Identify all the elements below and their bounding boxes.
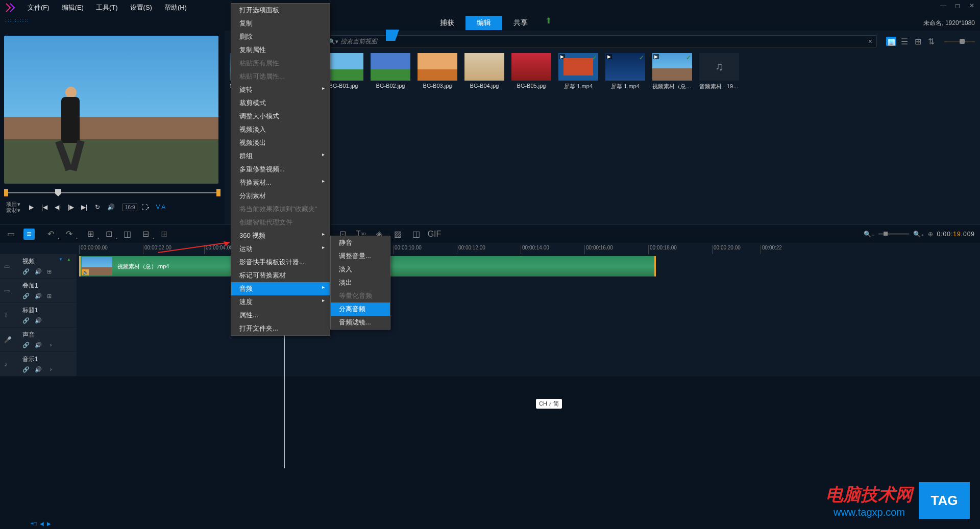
window-controls: — ◻ ✕	[939, 2, 976, 9]
gif-icon[interactable]: GIF	[429, 229, 440, 240]
tool-1-icon[interactable]: ⊞▾	[85, 229, 96, 240]
track-content[interactable]	[77, 328, 980, 351]
media-item[interactable]: 音频素材 - 196...	[699, 53, 739, 90]
track-content[interactable]	[77, 279, 980, 303]
media-item[interactable]: ▶✓视频素材（总）...	[652, 53, 692, 90]
menu-item[interactable]: 视频淡出	[231, 136, 330, 149]
undo-button[interactable]: ↶▾	[45, 229, 56, 240]
menu-item[interactable]: 删除	[231, 30, 330, 43]
media-item[interactable]: BG-B02.jpg	[371, 53, 410, 90]
menu-item[interactable]: 速度	[231, 295, 330, 309]
submenu-item[interactable]: 分离音频	[331, 303, 390, 316]
end-button[interactable]: ▶|	[79, 201, 90, 213]
play-button[interactable]: ▶	[26, 201, 37, 213]
menu-item[interactable]: 视频淡入	[231, 123, 330, 136]
mark-in[interactable]	[4, 189, 8, 196]
menu-item[interactable]: 标记可替换素材	[231, 269, 330, 282]
menu-item[interactable]: 调整大小模式	[231, 110, 330, 123]
preview-viewport[interactable]	[4, 36, 218, 184]
tab-share[interactable]: 共享	[502, 16, 539, 30]
menu-item[interactable]: 群组	[231, 149, 330, 163]
close-button[interactable]: ✕	[968, 2, 976, 9]
media-item[interactable]: BG-B05.jpg	[511, 53, 551, 90]
menu-item[interactable]: 打开选项面板	[231, 4, 330, 17]
next-frame-button[interactable]: |▶	[65, 201, 77, 213]
timeline-ruler[interactable]: 00:00:00.0000:00:02.0000:00:04.0000:00:1…	[0, 243, 980, 254]
timeline-view-icon[interactable]: ≡	[23, 229, 35, 240]
view-detail-icon[interactable]: ⊞	[913, 37, 923, 46]
menu-item[interactable]: 属性...	[231, 309, 330, 322]
zoom-in-icon[interactable]: 🔍₊	[913, 231, 924, 238]
menu-item[interactable]: 运动	[231, 242, 330, 256]
menu-item[interactable]: 复制	[231, 17, 330, 30]
submenu-item[interactable]: 静音	[331, 236, 390, 249]
panel-drag-handle[interactable]: ::::::::::	[5, 17, 30, 23]
aspect-ratio-badge[interactable]: 16:9	[122, 204, 137, 211]
menu-item[interactable]: 360 视频	[231, 229, 330, 242]
home-button[interactable]: |◀	[39, 201, 50, 213]
fit-zoom-icon[interactable]: ⊕	[928, 231, 933, 238]
media-item[interactable]: ▶✓屏幕 1.mp4	[558, 53, 598, 90]
effect-3-icon[interactable]: ◫	[410, 229, 422, 240]
volume-button[interactable]: 🔊	[105, 201, 116, 213]
loop-button[interactable]: ↻	[92, 201, 103, 213]
view-list-icon[interactable]: ☰	[899, 37, 910, 46]
track-content[interactable]	[77, 352, 980, 376]
upload-icon[interactable]: ⬆	[545, 16, 552, 30]
menu-item[interactable]: 影音快手模板设计器...	[231, 256, 330, 269]
expand-button[interactable]: ⛶▾	[139, 201, 151, 213]
menu-item[interactable]: 复制属性	[231, 43, 330, 57]
playhead-marker[interactable]	[55, 189, 61, 196]
media-item[interactable]: BG-B04.jpg	[464, 53, 504, 90]
media-item[interactable]: ▶✓屏幕 1.mp4	[605, 53, 645, 90]
submenu-item[interactable]: 淡入	[331, 263, 390, 276]
track-add-icon[interactable]: +□	[31, 521, 37, 526]
search-clear[interactable]: ×	[868, 37, 872, 45]
tab-capture[interactable]: 捕获	[429, 16, 465, 30]
menu-item[interactable]: 裁剪模式	[231, 96, 330, 110]
tool-2-icon[interactable]: ⊡▾	[103, 229, 114, 240]
effect-2-icon[interactable]: ▨	[392, 229, 403, 240]
minimize-button[interactable]: —	[939, 2, 947, 9]
prev-frame-button[interactable]: ◀|	[52, 201, 63, 213]
menu-edit[interactable]: 编辑(E)	[57, 1, 89, 14]
track-header[interactable]: ▭ 视频 🔗🔊⊞ ▼▲	[0, 254, 77, 278]
sort-icon[interactable]: ⇅	[926, 37, 936, 46]
menu-help[interactable]: 帮助(H)	[159, 1, 192, 14]
menu-item[interactable]: 替换素材...	[231, 176, 330, 189]
thumbnail-zoom-slider[interactable]	[944, 41, 975, 42]
menu-item[interactable]: 打开文件夹...	[231, 322, 330, 335]
scroll-right-icon[interactable]: ▶	[47, 521, 51, 526]
redo-button[interactable]: ↷▾	[63, 229, 75, 240]
tab-edit[interactable]: 编辑	[465, 16, 502, 30]
view-grid-icon[interactable]: ▦	[886, 37, 896, 46]
track-content[interactable]	[77, 303, 980, 327]
ruler-tick: 00:00:22	[761, 245, 782, 254]
track-header[interactable]: T 标题1 🔗🔊	[0, 303, 77, 327]
preview-scrubber[interactable]	[4, 188, 220, 198]
track-header[interactable]: 🎤 声音 🔗🔊⌃	[0, 328, 77, 351]
menu-file[interactable]: 文件(F)	[22, 1, 55, 14]
maximize-button[interactable]: ◻	[953, 2, 962, 9]
media-item[interactable]: BG-B03.jpg	[418, 53, 457, 90]
track-header[interactable]: ▭ 叠加1 🔗🔊⊞	[0, 279, 77, 303]
menu-tools[interactable]: 工具(T)	[91, 1, 123, 14]
menu-item[interactable]: 多重修整视频...	[231, 163, 330, 176]
tool-4-icon[interactable]: ⊟▾	[140, 229, 151, 240]
submenu-item[interactable]: 音频滤镜...	[331, 316, 390, 329]
menu-item[interactable]: 旋转	[231, 83, 330, 96]
storyboard-view-icon[interactable]: ▭	[5, 229, 16, 240]
search-input[interactable]	[340, 38, 868, 45]
menu-item[interactable]: 音频	[231, 282, 330, 295]
watermark-url: www.tagxp.com	[826, 507, 913, 518]
tool-3-icon[interactable]: ◫	[121, 229, 133, 240]
zoom-out-icon[interactable]: 🔍₋	[864, 231, 874, 238]
menu-settings[interactable]: 设置(S)	[125, 1, 157, 14]
track-content[interactable]: 🔊视频素材（总）.mp4	[77, 254, 980, 278]
submenu-item[interactable]: 淡出	[331, 276, 390, 289]
scroll-left-icon[interactable]: ◀	[40, 521, 44, 526]
submenu-item[interactable]: 调整音量...	[331, 249, 390, 263]
menu-item[interactable]: 分割素材	[231, 189, 330, 203]
mark-out[interactable]	[216, 189, 220, 196]
track-header[interactable]: ♪ 音乐1 🔗🔊⌃	[0, 352, 77, 376]
